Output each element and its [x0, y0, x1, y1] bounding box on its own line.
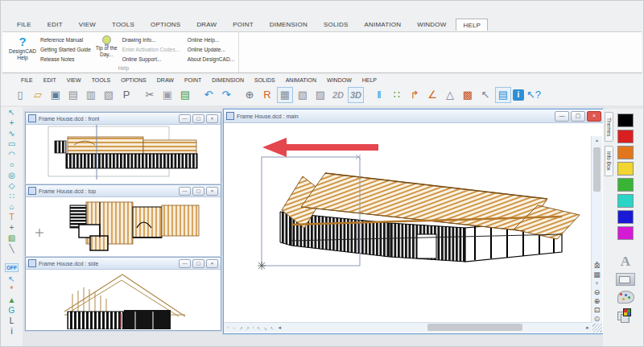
zoom-out-icon[interactable]: ⊖ — [594, 288, 601, 297]
crosshair-tool-icon[interactable]: + — [10, 222, 14, 233]
restore-button[interactable]: ▢ — [192, 187, 204, 196]
text-tool-icon[interactable]: T — [9, 212, 14, 222]
ribbon-tab[interactable]: HELP — [456, 19, 488, 31]
copy-icon[interactable]: ▣ — [159, 87, 175, 103]
save-icon[interactable]: ▣ — [47, 87, 64, 103]
circle-tool-icon[interactable]: ○ — [9, 159, 14, 170]
menu-item[interactable]: OPTIONS — [121, 77, 147, 83]
point-tool-icon[interactable]: ∷ — [9, 191, 14, 201]
paste-icon[interactable]: ▤ — [177, 87, 193, 103]
side-view-canvas[interactable] — [26, 270, 221, 329]
zoom-previous-icon[interactable]: ⊙ — [594, 315, 601, 324]
new-file-icon[interactable]: ▯ — [12, 87, 28, 103]
tip-of-the-day-button[interactable]: Tip of the Day... — [95, 35, 118, 57]
swatch-green[interactable] — [617, 178, 634, 192]
ribbon-tab[interactable]: POINT — [226, 19, 259, 31]
info-icon[interactable]: i — [513, 89, 524, 101]
menu-item[interactable]: FILE — [21, 77, 33, 83]
print-icon[interactable]: ▤ — [65, 87, 81, 103]
tab-themes[interactable]: Themes — [605, 112, 613, 142]
view-direction-arrow-icon[interactable]: ↘ — [263, 325, 267, 331]
close-view-icon[interactable]: ⊠ — [594, 262, 601, 271]
close-button[interactable]: × — [206, 259, 218, 268]
intersect-snap-icon[interactable]: i — [10, 326, 12, 337]
view-direction-arrow-icon[interactable]: ↖ — [270, 325, 274, 331]
snap-off-button[interactable]: OFF — [5, 263, 19, 272]
front-window-titlebar[interactable]: Frame House.dcd : front — ▢ × — [26, 113, 221, 125]
ribbon-tab[interactable]: TOOLS — [105, 19, 141, 31]
designcad-help-button[interactable]: ? DesignCAD Help — [9, 35, 36, 60]
ribbon-link[interactable]: Release Notes — [40, 56, 91, 62]
area-select-tool-icon[interactable]: ▧ — [8, 233, 15, 243]
polyline-tool-icon[interactable]: ∿ — [8, 128, 14, 138]
restore-button[interactable]: ▢ — [192, 259, 204, 268]
swatch-orange[interactable] — [617, 146, 634, 159]
grid-toggle-icon[interactable]: ▦ — [593, 271, 601, 279]
render-icon[interactable]: R — [259, 87, 275, 103]
page-setup-icon[interactable]: P — [118, 87, 134, 103]
ribbon-tab[interactable]: OPTIONS — [144, 19, 187, 31]
rectangle-tool-icon[interactable]: ▭ — [8, 138, 15, 149]
menu-item[interactable]: EDIT — [43, 77, 56, 83]
text-style-icon[interactable]: A — [621, 255, 630, 268]
ribbon-link[interactable]: Online Support... — [122, 56, 180, 62]
line-snap-icon[interactable]: L — [10, 316, 14, 326]
menu-item[interactable]: POINT — [184, 77, 201, 83]
info-panel-icon[interactable]: ▤ — [495, 87, 511, 103]
ribbon-tab[interactable]: WINDOW — [411, 19, 452, 31]
ribbon-link[interactable]: Online Help... — [188, 37, 234, 43]
menu-item[interactable]: DIMENSION — [212, 77, 244, 83]
parallel-lines-icon[interactable]: ‖ — [371, 87, 387, 103]
horizontal-scroll-track[interactable] — [282, 323, 585, 333]
minimize-button[interactable]: — — [179, 114, 191, 123]
main-window-titlebar[interactable]: Frame House.dcd : main — ▢ × — [224, 109, 604, 123]
grid-snap-icon[interactable]: G — [9, 305, 15, 316]
restore-button[interactable]: ▢ — [192, 114, 204, 123]
ribbon-tab[interactable]: EDIT — [41, 19, 69, 31]
selection-handles-icon[interactable]: ▩ — [460, 87, 476, 103]
view-cube-wire-icon[interactable]: ▦ — [277, 87, 293, 103]
close-button[interactable]: × — [206, 187, 218, 196]
duplicate-cursor-icon[interactable]: ↖ — [8, 274, 14, 284]
resize-grip[interactable] — [592, 324, 602, 333]
view-direction-arrow-icon[interactable]: ↑ — [252, 325, 254, 331]
main-view-canvas[interactable]: ▲ ▼ ⊠▦+⊖⊕⊡⊙◎◌ ↑→↗↗↑↖↘↖ ◄ ► — [224, 123, 602, 333]
horizontal-scroll-thumb[interactable] — [427, 324, 522, 331]
menu-item[interactable]: SOLIDS — [254, 77, 275, 83]
restore-button[interactable]: ▢ — [571, 111, 585, 122]
axes-icon[interactable]: ↱ — [407, 87, 423, 103]
ribbon-tab[interactable]: VIEW — [72, 19, 102, 31]
top-view-canvas[interactable] — [26, 197, 221, 257]
swatch-yellow[interactable] — [617, 162, 634, 176]
close-button[interactable]: × — [587, 111, 601, 122]
angle-snap-icon[interactable]: ∠ — [424, 87, 440, 103]
menu-item[interactable]: ANIMATION — [286, 77, 316, 83]
swatch-blue[interactable] — [617, 210, 634, 224]
menu-item[interactable]: TOOLS — [92, 77, 111, 83]
zoom-window-icon[interactable]: ⊡ — [594, 306, 601, 315]
view-direction-arrow-icon[interactable]: ↖ — [257, 325, 261, 331]
view-cube-hidden-icon[interactable]: ▧ — [295, 87, 311, 103]
undo-icon[interactable]: ↶ — [200, 87, 217, 103]
layers-icon[interactable]: ↑ — [617, 308, 634, 320]
swatch-black[interactable] — [617, 114, 634, 127]
image-fill-icon[interactable] — [616, 273, 635, 286]
menu-item[interactable]: WINDOW — [327, 77, 352, 83]
side-window-titlebar[interactable]: Frame House.dcd : side — ▢ × — [26, 258, 221, 270]
swatch-cyan[interactable] — [617, 194, 634, 208]
cut-icon[interactable]: ✂ — [142, 87, 158, 103]
diamond-tool-icon[interactable]: ◇ — [9, 180, 15, 191]
view-cube-shaded-icon[interactable]: ▨ — [312, 87, 328, 103]
palette-icon[interactable] — [617, 291, 634, 304]
ribbon-tab[interactable]: DIMENSION — [263, 19, 314, 31]
ribbon-link[interactable]: About DesignCAD... — [188, 56, 234, 62]
menu-item[interactable]: DRAW — [157, 77, 174, 83]
dimension-triangle-icon[interactable]: △ — [442, 87, 458, 103]
arc-tool-icon[interactable]: ◠ — [8, 149, 15, 159]
ribbon-link[interactable]: Online Update... — [188, 47, 234, 52]
view-direction-arrow-icon[interactable]: ↑ — [227, 325, 229, 331]
ribbon-tab[interactable]: DRAW — [190, 19, 223, 31]
ribbon-tab[interactable]: ANIMATION — [357, 19, 407, 31]
ribbon-link[interactable]: Getting Started Guide — [40, 47, 91, 52]
ribbon-link[interactable]: Enter Activation Codes... — [122, 47, 180, 52]
